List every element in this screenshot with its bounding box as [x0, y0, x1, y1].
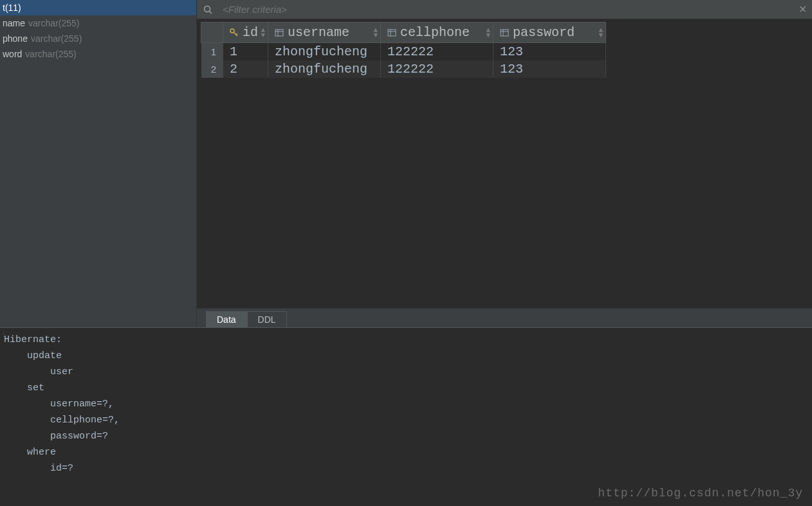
- column-label: username: [288, 25, 349, 40]
- tab-data[interactable]: Data: [206, 311, 247, 327]
- cell-cellphone[interactable]: 122222: [381, 60, 494, 78]
- data-panel: ✕ id: [197, 0, 812, 327]
- schema-column-name: name: [3, 18, 25, 28]
- data-grid-area[interactable]: id ▲▼ username: [197, 19, 812, 308]
- schema-column-type: varchar(255): [28, 18, 79, 28]
- schema-column-name: t(11): [3, 3, 21, 13]
- sort-handle-icon[interactable]: ▲▼: [598, 28, 603, 38]
- schema-column-row[interactable]: t(11): [0, 0, 196, 15]
- cell-id[interactable]: 1: [223, 43, 268, 61]
- column-header-password[interactable]: password ▲▼: [494, 23, 606, 43]
- cell-password[interactable]: 123: [494, 43, 606, 61]
- schema-column-row[interactable]: name varchar(255): [0, 15, 196, 31]
- filter-input[interactable]: [223, 4, 789, 15]
- column-header-cellphone[interactable]: cellphone ▲▼: [381, 23, 494, 43]
- svg-point-0: [205, 6, 210, 12]
- svg-rect-5: [275, 30, 283, 36]
- column-label: id: [243, 25, 258, 40]
- schema-column-type: varchar(255): [25, 49, 76, 59]
- schema-column-row[interactable]: phone varchar(255): [0, 31, 196, 46]
- sort-handle-icon[interactable]: ▲▼: [373, 28, 378, 38]
- console-output[interactable]: Hibernate: update user set username=?, c…: [0, 328, 812, 480]
- data-grid: id ▲▼ username: [201, 22, 606, 78]
- column-label: password: [513, 25, 575, 40]
- row-number-header: [201, 23, 223, 43]
- console-panel: ⋮ Hibernate: update user set username=?,…: [0, 327, 812, 506]
- close-icon[interactable]: ✕: [798, 3, 807, 15]
- schema-column-name: phone: [3, 33, 28, 44]
- schema-column-name: word: [3, 49, 22, 59]
- tab-ddl[interactable]: DDL: [247, 311, 287, 327]
- column-label: cellphone: [400, 25, 470, 40]
- table-row[interactable]: 2 2 zhongfucheng 122222 123: [201, 60, 606, 78]
- cell-password[interactable]: 123: [494, 60, 606, 78]
- cell-cellphone[interactable]: 122222: [381, 43, 494, 61]
- cell-username[interactable]: zhongfucheng: [268, 60, 381, 78]
- row-number: 1: [201, 43, 223, 61]
- column-icon: [387, 28, 396, 37]
- svg-rect-8: [388, 30, 396, 36]
- sort-handle-icon[interactable]: ▲▼: [261, 28, 265, 38]
- svg-line-1: [210, 11, 212, 14]
- svg-rect-11: [501, 30, 508, 36]
- sort-handle-icon[interactable]: ▲▼: [486, 28, 490, 38]
- cell-username[interactable]: zhongfucheng: [268, 43, 381, 61]
- table-row[interactable]: 1 1 zhongfucheng 122222 123: [201, 43, 606, 61]
- schema-column-row[interactable]: word varchar(255): [0, 46, 196, 62]
- column-header-username[interactable]: username ▲▼: [268, 23, 381, 43]
- search-icon[interactable]: [202, 4, 214, 15]
- cell-id[interactable]: 2: [223, 60, 268, 78]
- schema-sidebar: t(11) name varchar(255) phone varchar(25…: [0, 0, 197, 327]
- view-tabs: Data DDL: [197, 308, 812, 327]
- svg-line-4: [236, 33, 237, 35]
- column-icon: [275, 28, 284, 37]
- row-number: 2: [201, 60, 223, 78]
- drag-handle-icon[interactable]: ⋮: [0, 330, 7, 339]
- column-icon: [500, 28, 509, 37]
- schema-column-type: varchar(255): [31, 33, 82, 44]
- primary-key-icon: [230, 28, 239, 37]
- watermark-text: http://blog.csdn.net/hon_3y: [598, 487, 803, 500]
- column-header-id[interactable]: id ▲▼: [223, 23, 268, 43]
- filter-bar: ✕: [197, 0, 812, 19]
